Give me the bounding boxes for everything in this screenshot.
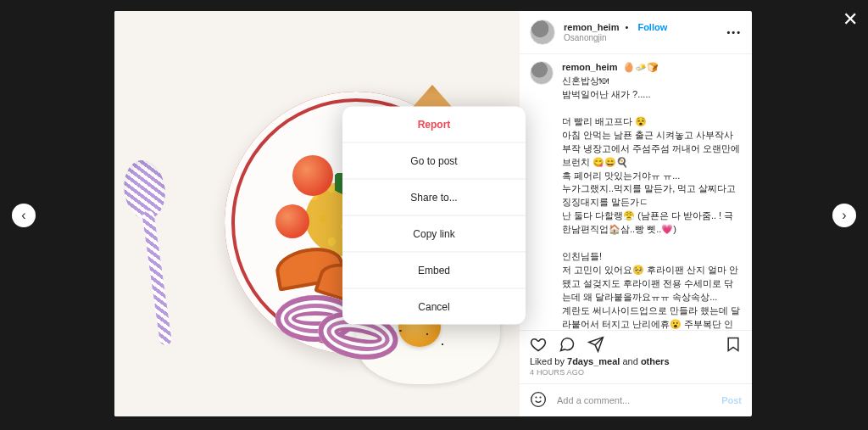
more-options-button[interactable]: ••• [726, 27, 742, 37]
author-block: remon_heim • Follow Osanongjin [564, 22, 667, 42]
next-post-button[interactable]: › [832, 204, 856, 227]
close-button[interactable]: ✕ [843, 10, 858, 29]
go-to-post-option[interactable]: Go to post [342, 142, 526, 178]
author-avatar[interactable] [530, 61, 554, 85]
caption-line: 저 고민이 있어요🥺 후라이팬 산지 얼마 안됐고 설겆지도 후라이팬 전용 수… [562, 265, 738, 302]
caption-emoji: 🥚🧈🍞 [623, 62, 659, 72]
action-bar [520, 330, 752, 356]
svg-point-1 [536, 397, 537, 398]
action-sheet: Report Go to post Share to... Copy link … [342, 106, 526, 324]
caption-line: 밤벅일어난 새가 ?..... [562, 89, 651, 99]
separator-dot: • [625, 22, 628, 32]
caption-line: 신혼밥상🍽 [562, 75, 609, 86]
likes-line[interactable]: Liked by 7days_meal and others [520, 356, 752, 366]
comment-icon [559, 336, 576, 353]
copy-link-option[interactable]: Copy link [342, 215, 526, 251]
save-button[interactable] [725, 336, 742, 355]
heart-icon [530, 336, 547, 353]
post-time: 4 HOURS AGO [520, 366, 752, 383]
caption-line: 계란도 써니사이드업으로 만들라 했는데 달라붙어서 터지고 난리에휴😮 주부복… [562, 305, 740, 330]
liked-by-user[interactable]: 7days_meal [567, 356, 620, 366]
caption-body: remon_heim 🥚🧈🍞 신혼밥상🍽 밤벅일어난 새가 ?..... 더 빨… [562, 61, 742, 330]
post-header: remon_heim • Follow Osanongjin ••• [520, 11, 752, 54]
share-button[interactable] [587, 336, 604, 355]
prev-post-button[interactable]: ‹ [12, 204, 36, 227]
caption-line: 누가그랬지..먹지를 말든가, 먹고 살찌다고 징징대지를 말든가ㄷ [562, 183, 736, 207]
share-to-option[interactable]: Share to... [342, 178, 526, 215]
comments-scroll[interactable]: remon_heim 🥚🧈🍞 신혼밥상🍽 밤벅일어난 새가 ?..... 더 빨… [520, 54, 752, 330]
caption-line: 흑 페어리 맛있는거야ㅠ ㅠ... [562, 170, 680, 181]
liked-by-suffix: and [620, 356, 640, 366]
like-button[interactable] [530, 336, 547, 355]
post-sidebar: remon_heim • Follow Osanongjin ••• remon… [520, 11, 752, 416]
smile-icon [530, 391, 547, 408]
liked-by-prefix: Liked by [530, 356, 567, 366]
share-icon [587, 336, 604, 353]
add-comment-bar: Post [520, 383, 752, 416]
embed-option[interactable]: Embed [342, 251, 526, 288]
photo-decor [119, 157, 188, 348]
follow-button[interactable]: Follow [637, 22, 667, 32]
caption-line: 난 둘다 다할랭😤 (남푠은 다 받아줌.. ! 극한남편직업🏠삼..빵 삣..… [562, 210, 733, 234]
bookmark-icon [725, 336, 742, 353]
svg-point-2 [540, 397, 541, 398]
author-username[interactable]: remon_heim [564, 22, 619, 32]
emoji-picker-button[interactable] [530, 391, 547, 410]
comment-input[interactable] [555, 394, 721, 406]
liked-by-others[interactable]: others [641, 356, 670, 366]
cancel-option[interactable]: Cancel [342, 288, 526, 324]
caption-row: remon_heim 🥚🧈🍞 신혼밥상🍽 밤벅일어난 새가 ?..... 더 빨… [530, 61, 742, 330]
svg-point-0 [531, 393, 546, 407]
post-location[interactable]: Osanongjin [564, 33, 667, 42]
author-username[interactable]: remon_heim [562, 62, 617, 72]
caption-line: 인친님들! [562, 251, 602, 261]
post-comment-button[interactable]: Post [721, 395, 742, 405]
caption-line: 더 빨리 배고프다 😵 [562, 116, 647, 126]
author-avatar[interactable] [530, 20, 555, 45]
report-option[interactable]: Report [342, 106, 526, 142]
caption-line: 아침 안먹는 남푠 출근 시켜놓고 사부작사부작 냉장고에서 주섬주섬 꺼내어 … [562, 130, 740, 167]
comment-button[interactable] [559, 336, 576, 355]
